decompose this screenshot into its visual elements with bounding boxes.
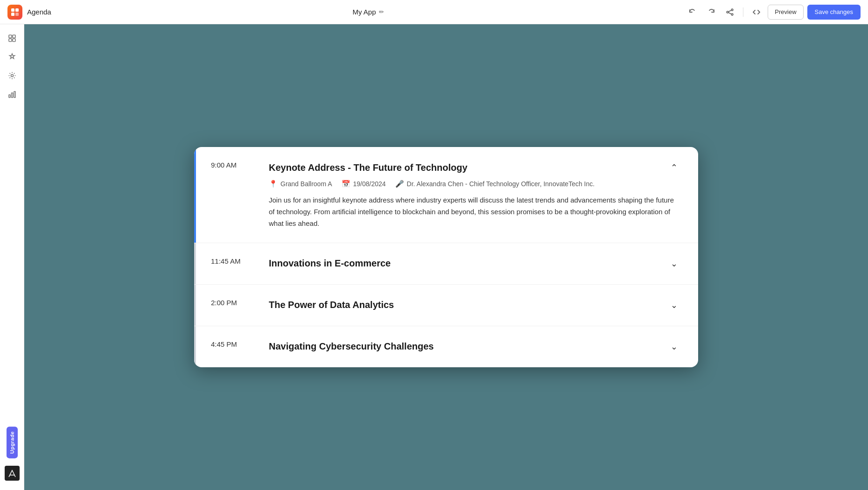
sidebar-settings-icon[interactable]: [4, 67, 21, 84]
svg-rect-17: [6, 467, 19, 480]
preview-button[interactable]: Preview: [768, 5, 803, 20]
item-active-bar: [194, 147, 196, 242]
app-name-label: My App: [353, 8, 376, 16]
svg-rect-2: [11, 13, 14, 16]
upgrade-button[interactable]: Upgrade: [7, 427, 18, 458]
svg-rect-16: [14, 91, 15, 98]
agenda-content-3: The Power of Data Analytics ⌄: [269, 298, 681, 313]
agenda-time-2: 11:45 AM: [211, 256, 258, 265]
agenda-toggle-1[interactable]: ⌃: [666, 160, 681, 175]
mic-icon: 🎤: [395, 180, 404, 188]
edit-icon[interactable]: ✏: [379, 8, 384, 15]
save-button[interactable]: Save changes: [807, 5, 861, 20]
agenda-meta-1: 📍 Grand Ballroom A 📅 19/08/2024 🎤 Dr. Al…: [269, 180, 681, 188]
agenda-toggle-2[interactable]: ⌄: [666, 256, 681, 271]
svg-line-7: [728, 10, 731, 12]
agenda-toggle-4[interactable]: ⌄: [666, 339, 681, 354]
sidebar-pin-icon[interactable]: [4, 49, 21, 65]
agenda-content-2: Innovations in E-commerce ⌄: [269, 256, 681, 271]
app-logo: [7, 5, 22, 20]
toolbar-divider: [743, 7, 743, 17]
sidebar-bottom: Upgrade: [5, 427, 20, 484]
agenda-card: 9:00 AM Keynote Address - The Future of …: [194, 147, 698, 367]
page-title: Agenda: [27, 8, 51, 16]
agenda-speaker-1: 🎤 Dr. Alexandra Chen - Chief Technology …: [395, 180, 595, 188]
share-button[interactable]: [722, 5, 737, 20]
sidebar-chart-icon[interactable]: [4, 86, 21, 103]
calendar-icon: 📅: [342, 180, 350, 188]
agenda-content-1: Keynote Address - The Future of Technolo…: [269, 160, 681, 229]
undo-button[interactable]: [685, 5, 700, 20]
svg-rect-12: [13, 39, 15, 42]
agenda-description-1: Join us for an insightful keynote addres…: [269, 195, 681, 229]
agenda-title-1: Keynote Address - The Future of Technolo…: [269, 162, 468, 173]
item-inactive-bar-2: [194, 243, 196, 284]
location-icon: 📍: [269, 180, 278, 188]
svg-rect-14: [9, 95, 10, 98]
code-button[interactable]: [749, 5, 764, 20]
svg-rect-0: [11, 8, 14, 12]
agenda-item-1: 9:00 AM Keynote Address - The Future of …: [194, 147, 698, 243]
svg-rect-11: [9, 39, 12, 42]
sidebar-grid-icon[interactable]: [4, 30, 21, 47]
agenda-title-4: Navigating Cybersecurity Challenges: [269, 341, 434, 352]
agenda-toggle-3[interactable]: ⌄: [666, 298, 681, 313]
agenda-content-4: Navigating Cybersecurity Challenges ⌄: [269, 339, 681, 354]
canvas-area: 9:00 AM Keynote Address - The Future of …: [24, 24, 868, 490]
svg-point-13: [11, 75, 13, 77]
agenda-date-1: 📅 19/08/2024: [342, 180, 386, 188]
svg-rect-1: [15, 8, 19, 12]
agenda-time-1: 9:00 AM: [211, 160, 258, 169]
agenda-item-4: 4:45 PM Navigating Cybersecurity Challen…: [194, 326, 698, 367]
agenda-location-1: 📍 Grand Ballroom A: [269, 180, 332, 188]
agenda-title-2: Innovations in E-commerce: [269, 258, 391, 269]
avatar: [5, 466, 20, 481]
svg-rect-15: [11, 93, 13, 98]
svg-rect-9: [9, 35, 12, 38]
sidebar: Upgrade: [0, 24, 24, 490]
item-inactive-bar-3: [194, 285, 196, 326]
agenda-time-3: 2:00 PM: [211, 298, 258, 307]
redo-button[interactable]: [704, 5, 719, 20]
svg-rect-10: [13, 35, 15, 38]
agenda-item-2: 11:45 AM Innovations in E-commerce ⌄: [194, 243, 698, 285]
svg-line-8: [728, 12, 731, 14]
agenda-title-3: The Power of Data Analytics: [269, 300, 394, 310]
item-inactive-bar-4: [194, 326, 196, 367]
svg-rect-3: [15, 13, 19, 16]
agenda-item-3: 2:00 PM The Power of Data Analytics ⌄: [194, 285, 698, 326]
agenda-time-4: 4:45 PM: [211, 339, 258, 348]
